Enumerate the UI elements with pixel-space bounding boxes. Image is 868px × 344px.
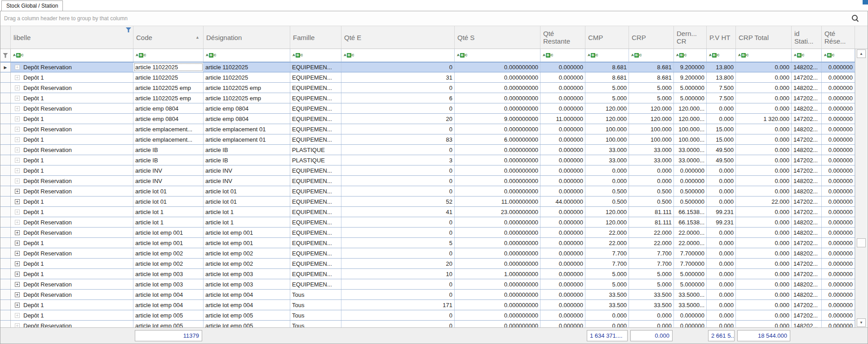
cell-dern_cr[interactable]: 5.000000 bbox=[674, 83, 707, 93]
table-row[interactable]: +Depôt Reservationarticle lot emp 005art… bbox=[0, 321, 855, 327]
expand-icon[interactable]: + bbox=[15, 261, 20, 266]
cell-id_stati[interactable]: 148202... bbox=[792, 103, 822, 113]
cell-crp_total[interactable]: 0.000 bbox=[736, 279, 792, 289]
cell-qte_rese[interactable]: 0.000000 bbox=[822, 83, 855, 93]
cell-qte_rese[interactable]: 0.000000 bbox=[822, 93, 855, 103]
cell-crp_total[interactable]: 0.000 bbox=[736, 207, 792, 217]
cell-pv_ht[interactable]: 7.500 bbox=[707, 83, 736, 93]
cell-code[interactable]: article emplacement... bbox=[133, 134, 204, 144]
cell-qte_restante[interactable]: 0.000000 bbox=[540, 248, 585, 258]
cell-qte_e[interactable]: 0 bbox=[341, 290, 455, 299]
cell-dern_cr[interactable]: 0.500000 bbox=[674, 186, 707, 196]
table-row[interactable]: +Depôt Reservationarticle lot emp 003art… bbox=[0, 279, 855, 290]
cell-code[interactable]: article lot emp 002 bbox=[133, 248, 204, 258]
cell-qte_restante[interactable]: 0.000000 bbox=[540, 259, 585, 268]
cell-qte_restante[interactable]: 0.000000 bbox=[540, 300, 585, 310]
filter-cell-qte_s[interactable]: ABC bbox=[455, 49, 540, 62]
expand-icon[interactable]: + bbox=[15, 282, 20, 287]
cell-famille[interactable]: EQUIPEMEN... bbox=[290, 103, 341, 113]
cell-id_stati[interactable]: 148202... bbox=[792, 217, 822, 227]
cell-crp[interactable]: 5.000 bbox=[629, 93, 674, 103]
expand-icon[interactable]: + bbox=[15, 272, 20, 277]
cell-qte_s[interactable]: 9.000000000 bbox=[455, 114, 540, 124]
cell-libelle[interactable]: +Depôt 1 bbox=[11, 300, 133, 310]
cell-pv_ht[interactable]: 15.000 bbox=[707, 134, 736, 144]
cell-dern_cr[interactable]: 120.000... bbox=[674, 114, 707, 124]
cell-libelle[interactable]: +Depôt Reservation bbox=[11, 63, 133, 72]
cell-libelle[interactable]: +Depôt 1 bbox=[11, 269, 133, 279]
cell-libelle[interactable]: +Depôt 1 bbox=[11, 93, 133, 103]
cell-id_stati[interactable]: 147202... bbox=[792, 310, 822, 320]
cell-pv_ht[interactable]: 0.000 bbox=[707, 165, 736, 175]
cell-qte_rese[interactable]: 0.000000 bbox=[822, 310, 855, 320]
cell-qte_s[interactable]: 0.000000000 bbox=[455, 103, 540, 113]
cell-dern_cr[interactable]: 9.200000 bbox=[674, 72, 707, 82]
cell-designation[interactable]: article lot emp 004 bbox=[204, 290, 290, 299]
cell-libelle[interactable]: +Depôt Reservation bbox=[11, 321, 133, 327]
cell-qte_rese[interactable]: 0.000000 bbox=[822, 197, 855, 206]
cell-qte_rese[interactable]: 0.000000 bbox=[822, 207, 855, 217]
cell-famille[interactable]: PLASTIQUE bbox=[290, 145, 341, 155]
cell-dern_cr[interactable]: 33.0000... bbox=[674, 155, 707, 165]
filter-cell-cmp[interactable]: ABC bbox=[585, 49, 629, 62]
table-row[interactable]: +Depôt 1article INVarticle INVEQUIPEMEN.… bbox=[0, 165, 855, 176]
table-row[interactable]: +Depôt 1article 11022025 emparticle 1102… bbox=[0, 93, 855, 103]
filter-cell-id_stati[interactable]: ABC bbox=[792, 49, 822, 62]
filter-cell-qte_e[interactable]: ABC bbox=[341, 49, 455, 62]
table-row[interactable]: +Depôt 1article lot emp 001article lot e… bbox=[0, 238, 855, 248]
cell-famille[interactable]: EQUIPEMEN... bbox=[290, 269, 341, 279]
expand-icon[interactable]: + bbox=[15, 210, 20, 214]
cell-code[interactable]: article lot emp 003 bbox=[133, 269, 204, 279]
cell-id_stati[interactable]: 148202... bbox=[792, 186, 822, 196]
cell-qte_rese[interactable]: 0.000000 bbox=[822, 103, 855, 113]
cell-qte_s[interactable]: 0.000000000 bbox=[455, 248, 540, 258]
cell-cmp[interactable]: 33.000 bbox=[585, 145, 629, 155]
cell-qte_e[interactable]: 0 bbox=[341, 228, 455, 237]
cell-qte_s[interactable]: 0.000000000 bbox=[455, 217, 540, 227]
cell-crp[interactable]: 7.700 bbox=[629, 248, 674, 258]
cell-designation[interactable]: article lot emp 005 bbox=[204, 310, 290, 320]
cell-code[interactable]: article IB bbox=[133, 155, 204, 165]
cell-crp_total[interactable]: 0.000 bbox=[736, 259, 792, 268]
cell-dern_cr[interactable]: 22.0000... bbox=[674, 238, 707, 248]
column-header-cmp[interactable]: CMP bbox=[585, 26, 629, 49]
cell-id_stati[interactable]: 147202... bbox=[792, 259, 822, 268]
cell-famille[interactable]: EQUIPEMEN... bbox=[290, 217, 341, 227]
expand-icon[interactable]: + bbox=[15, 106, 20, 111]
cell-libelle[interactable]: +Depôt Reservation bbox=[11, 290, 133, 299]
cell-qte_s[interactable]: 0.000000000 bbox=[455, 290, 540, 299]
cell-qte_restante[interactable]: 0.000000 bbox=[540, 238, 585, 248]
cell-cmp[interactable]: 22.000 bbox=[585, 228, 629, 237]
column-header-id_stati[interactable]: id Stati... bbox=[792, 26, 822, 49]
cell-code[interactable]: article lot emp 002 bbox=[133, 259, 204, 268]
cell-qte_rese[interactable]: 0.000000 bbox=[822, 155, 855, 165]
cell-crp_total[interactable]: 0.000 bbox=[736, 228, 792, 237]
cell-designation[interactable]: article emp 0804 bbox=[204, 114, 290, 124]
expand-icon[interactable]: + bbox=[15, 168, 20, 173]
cell-qte_e[interactable]: 0 bbox=[341, 63, 455, 72]
cell-id_stati[interactable]: 147202... bbox=[792, 114, 822, 124]
table-row[interactable]: +Depôt 1article IBarticle IBPLASTIQUE30.… bbox=[0, 155, 855, 165]
cell-id_stati[interactable]: 148202... bbox=[792, 290, 822, 299]
cell-qte_restante[interactable]: 0.000000 bbox=[540, 124, 585, 134]
cell-cmp[interactable]: 0.500 bbox=[585, 197, 629, 206]
cell-designation[interactable]: article lot 01 bbox=[204, 186, 290, 196]
cell-qte_e[interactable]: 0 bbox=[341, 124, 455, 134]
filter-cell-crp[interactable]: ABC bbox=[629, 49, 674, 62]
column-header-qte_e[interactable]: Qté E bbox=[341, 26, 455, 49]
cell-pv_ht[interactable]: 99.231 bbox=[707, 207, 736, 217]
cell-qte_e[interactable]: 0 bbox=[341, 103, 455, 113]
cell-crp[interactable]: 100.000 bbox=[629, 124, 674, 134]
cell-qte_e[interactable]: 0 bbox=[341, 279, 455, 289]
cell-famille[interactable]: EQUIPEMEN... bbox=[290, 197, 341, 206]
cell-qte_restante[interactable]: 44.000000 bbox=[540, 197, 585, 206]
cell-code[interactable]: article 11022025 bbox=[133, 72, 204, 82]
cell-designation[interactable]: article IB bbox=[204, 145, 290, 155]
cell-cmp[interactable]: 0.000 bbox=[585, 321, 629, 327]
cell-famille[interactable]: EQUIPEMEN... bbox=[290, 248, 341, 258]
table-row[interactable]: +Depôt 1article lot emp 004article lot e… bbox=[0, 300, 855, 310]
table-row[interactable]: +Depôt Reservationarticle lot emp 001art… bbox=[0, 228, 855, 238]
cell-qte_restante[interactable]: 0.000000 bbox=[540, 176, 585, 186]
cell-crp[interactable]: 0.000 bbox=[629, 176, 674, 186]
table-row[interactable]: +Depôt 1article emplacement...article em… bbox=[0, 134, 855, 145]
